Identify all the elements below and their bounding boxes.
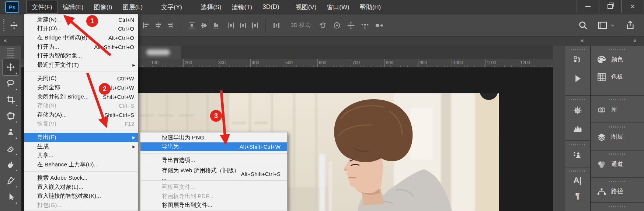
smudge-tool[interactable] bbox=[3, 156, 19, 173]
menu-item-open-as[interactable]: 打开为...Alt+Shift+Ctrl+O bbox=[24, 42, 138, 52]
menu-item-export-as[interactable]: 导出为...Alt+Shift+Ctrl+W bbox=[140, 142, 287, 152]
crop-tool[interactable] bbox=[3, 91, 19, 108]
panel-button-layers[interactable]: 图层 bbox=[591, 128, 644, 146]
menu-item-artboards-to-files[interactable]: 画板至文件... bbox=[140, 183, 287, 192]
panel-drag-handle[interactable] bbox=[609, 126, 626, 128]
menu-item-export[interactable]: 导出(E)▶ bbox=[24, 133, 138, 142]
menu-item-open-smart-object[interactable]: 打开为智能对象... bbox=[24, 51, 138, 60]
menu-item-close-goto-bridge[interactable]: 关闭并转到 Bridge...Shift+Ctrl+W bbox=[24, 92, 138, 101]
menu-item-browse-bridge[interactable]: 在 Bridge 中浏览(B)...Alt+Ctrl+O bbox=[24, 33, 138, 42]
menu-item-revert[interactable]: 恢复(V)F12 bbox=[24, 120, 138, 129]
menu-item-close-all[interactable]: 关闭全部Alt+Ctrl+W bbox=[24, 83, 138, 92]
version-history-icon[interactable] bbox=[572, 55, 583, 65]
learn-wheel-icon[interactable] bbox=[572, 105, 583, 115]
panel-drag-handle[interactable] bbox=[570, 144, 586, 145]
clone-source-icon[interactable] bbox=[572, 150, 583, 160]
distribute-left-icon[interactable] bbox=[226, 21, 235, 30]
options-drag-handle[interactable] bbox=[3, 19, 4, 32]
photoshop-logo[interactable]: Ps bbox=[5, 1, 19, 13]
menu-3d[interactable]: 3D(D) bbox=[257, 1, 284, 13]
menu-file[interactable]: 文件(F) bbox=[27, 1, 58, 13]
menu-item-layers-to-files[interactable]: 将图层导出到文件... bbox=[140, 201, 287, 210]
distribute-right-icon[interactable] bbox=[251, 21, 260, 30]
menu-item-export-preferences[interactable]: 导出首选项... bbox=[140, 156, 287, 165]
menu-item-place-embedded[interactable]: 置入嵌入对象(L)... bbox=[24, 183, 138, 192]
direct-selection-tool[interactable] bbox=[3, 189, 19, 205]
menu-item-package[interactable]: 打包(G)... bbox=[24, 201, 138, 210]
panel-drag-handle[interactable] bbox=[570, 170, 586, 172]
collapse-rail-icon[interactable]: « bbox=[581, 37, 584, 43]
panel-button-channels[interactable]: 通道 bbox=[591, 156, 644, 173]
menu-edit[interactable]: 编辑(E) bbox=[58, 1, 89, 13]
threed-slide-icon[interactable] bbox=[361, 21, 369, 30]
distribute-top-icon[interactable] bbox=[187, 21, 196, 30]
menu-item-share[interactable]: 共享... bbox=[24, 151, 138, 160]
workspace-switcher[interactable] bbox=[598, 20, 616, 30]
panel-drag-handle[interactable] bbox=[609, 181, 626, 182]
menu-window[interactable]: 窗口(W) bbox=[321, 1, 354, 13]
search-icon[interactable] bbox=[578, 20, 588, 30]
frame-tool[interactable] bbox=[3, 108, 19, 124]
panel-drag-handle[interactable] bbox=[609, 206, 626, 207]
minimize-button[interactable] bbox=[577, 0, 599, 13]
align-center-icon[interactable] bbox=[154, 21, 163, 30]
menu-item-open[interactable]: 打开(O)...Ctrl+O bbox=[24, 24, 138, 34]
collapse-tools-icon[interactable]: « bbox=[4, 37, 7, 43]
restore-button[interactable] bbox=[599, 0, 622, 13]
move-tool[interactable] bbox=[3, 59, 19, 75]
menu-item-close[interactable]: 关闭(C)Ctrl+W bbox=[24, 74, 138, 83]
panel-button-color[interactable]: 颜色 bbox=[591, 51, 644, 68]
threed-orbit-icon[interactable] bbox=[318, 21, 327, 30]
eraser-tool[interactable] bbox=[3, 140, 19, 156]
close-button[interactable]: × bbox=[622, 0, 644, 13]
distribute-spacing-icon[interactable] bbox=[272, 21, 281, 30]
menu-item-recent-files[interactable]: 最近打开文件(T)▶ bbox=[24, 60, 138, 70]
panel-button-paths[interactable]: 路径 bbox=[591, 183, 644, 200]
menu-item-artboards-to-pdf[interactable]: 将画板导出到 PDF... bbox=[140, 192, 287, 201]
menu-item-quick-export-png[interactable]: 快速导出为 PNG bbox=[140, 133, 287, 142]
menu-item-save-as[interactable]: 存储为(A)...Shift+Ctrl+S bbox=[24, 110, 138, 120]
menu-layer[interactable]: 图层(L) bbox=[117, 1, 148, 13]
menu-item-save-for-web[interactable]: 存储为 Web 所用格式（旧版） ...Alt+Shift+Ctrl+S bbox=[140, 169, 287, 179]
distribute-bottom-icon[interactable] bbox=[212, 21, 220, 30]
panel-drag-handle[interactable] bbox=[570, 99, 586, 100]
pen-tool[interactable] bbox=[3, 173, 19, 189]
character-panel-icon[interactable]: A| bbox=[572, 175, 583, 186]
menu-item-search-adobe-stock[interactable]: 搜索 Adobe Stock... bbox=[24, 174, 138, 183]
panel-drag-handle[interactable] bbox=[570, 49, 586, 50]
share-icon[interactable] bbox=[625, 20, 635, 30]
document-tab[interactable] bbox=[136, 46, 181, 59]
threed-pan-icon[interactable] bbox=[347, 21, 355, 30]
align-left-icon[interactable] bbox=[142, 21, 150, 30]
distribute-hcenter-icon[interactable] bbox=[239, 21, 247, 30]
panel-drag-handle[interactable] bbox=[609, 153, 626, 155]
menu-help[interactable]: 帮助(H) bbox=[355, 1, 386, 13]
ruler-tick: 800 bbox=[384, 60, 393, 65]
menu-type[interactable]: 文字(Y) bbox=[156, 1, 187, 13]
menu-item-new[interactable]: 新建(N)...Ctrl+N bbox=[24, 15, 138, 24]
panel-drag-handle[interactable] bbox=[609, 49, 626, 50]
align-right-icon[interactable] bbox=[166, 21, 175, 30]
collapse-panels-icon[interactable]: « bbox=[633, 37, 637, 43]
lasso-tool[interactable] bbox=[3, 75, 19, 91]
panel-button-swatches[interactable]: 色板 bbox=[591, 68, 644, 86]
menu-item-place-linked[interactable]: 置入链接的智能对象(K)... bbox=[24, 192, 138, 201]
menu-item-generate[interactable]: 生成▶ bbox=[24, 142, 138, 151]
panel-drag-handle[interactable] bbox=[609, 99, 626, 100]
actions-play-icon[interactable] bbox=[572, 73, 583, 84]
clone-stamp-tool[interactable] bbox=[3, 124, 19, 140]
menu-item-save[interactable]: 存储(S)Ctrl+S bbox=[24, 101, 138, 110]
threed-camera-icon[interactable] bbox=[375, 21, 383, 30]
panel-drag-handle[interactable] bbox=[7, 48, 14, 58]
menu-view[interactable]: 视图(V) bbox=[290, 1, 322, 13]
menu-select[interactable]: 选择(S) bbox=[195, 1, 227, 13]
ruler-tick: 1200 bbox=[519, 60, 530, 65]
menu-item-share-behance[interactable]: 在 Behance 上共享(D)... bbox=[24, 160, 138, 169]
histogram-icon[interactable] bbox=[572, 124, 583, 134]
menu-image[interactable]: 图像(I) bbox=[88, 1, 117, 13]
paragraph-panel-icon[interactable]: ¶ bbox=[572, 191, 583, 201]
panel-button-libraries[interactable]: 库 bbox=[591, 101, 644, 118]
threed-roll-icon[interactable] bbox=[333, 21, 341, 30]
distribute-vcenter-icon[interactable] bbox=[199, 21, 208, 30]
menu-filter[interactable]: 滤镜(T) bbox=[227, 1, 258, 13]
